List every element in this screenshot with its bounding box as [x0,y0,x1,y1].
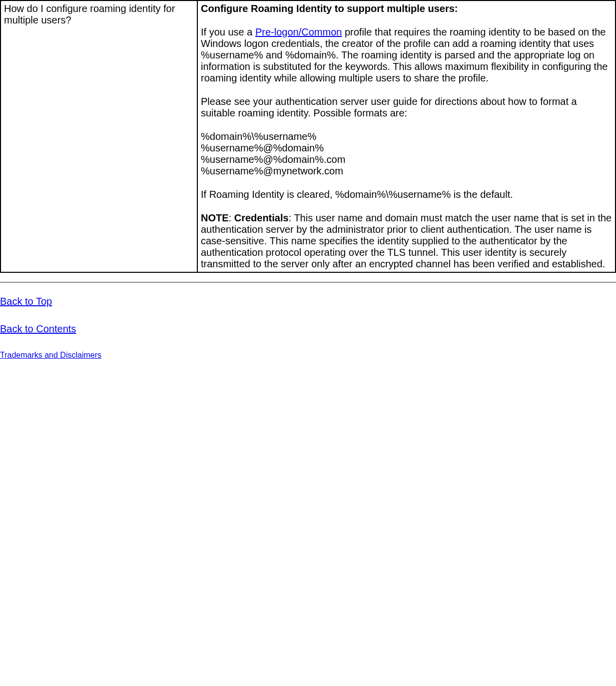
note-label: NOTE [201,212,229,223]
answer-cell: Configure Roaming Identity to support mu… [197,0,616,272]
format-line-4: %username%@mynetwork.com [201,165,612,177]
question-text: How do I configure roaming identity for … [4,3,175,25]
format-line-3: %username%@%domain%.com [201,154,612,165]
note-paragraph: NOTE: Credentials: This user name and do… [201,212,612,270]
prelogon-common-link[interactable]: Pre-logon/Common [255,26,342,37]
p1-before-link: If you use a [201,26,255,37]
format-line-1: %domain%\%username% [201,131,612,142]
question-cell: How do I configure roaming identity for … [0,0,197,272]
answer-heading: Configure Roaming Identity to support mu… [201,3,458,14]
trademarks-link[interactable]: Trademarks and Disclaimers [0,351,101,359]
format-line-2: %username%@%domain% [201,142,612,154]
back-to-top-link[interactable]: Back to Top [0,296,52,307]
footer-links: Back to Top Back to Contents Trademarks … [0,296,616,360]
formats-block: %domain%\%username% %username%@%domain% … [201,131,612,177]
answer-paragraph-1: If you use a Pre-logon/Common profile th… [201,26,612,84]
roaming-identity-table: How do I configure roaming identity for … [0,0,616,273]
note-sublabel: Credentials [234,212,289,223]
table-row: How do I configure roaming identity for … [0,0,616,272]
answer-paragraph-3: If Roaming Identity is cleared, %domain%… [201,189,612,200]
back-to-contents-link[interactable]: Back to Contents [0,323,76,334]
answer-paragraph-2: Please see your authentication server us… [201,96,612,119]
divider [0,282,616,283]
